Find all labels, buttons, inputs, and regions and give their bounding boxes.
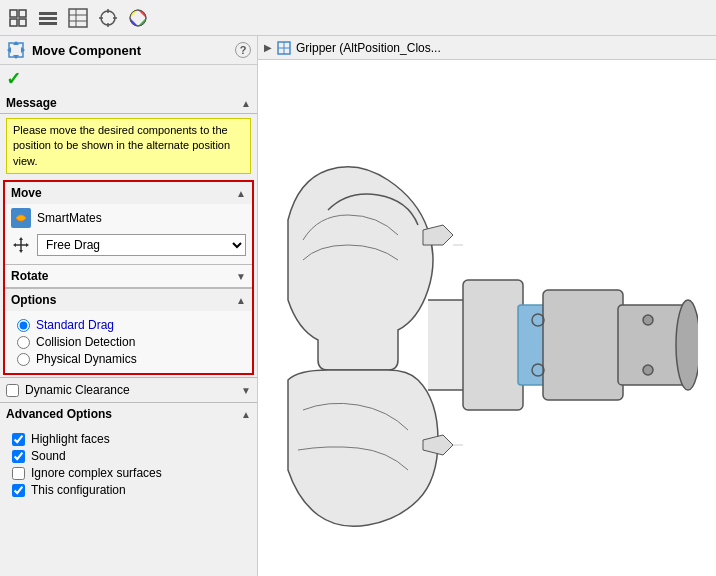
drag-row: Free Drag Along Assembly XYZ Along Entit… <box>11 234 246 256</box>
crosshair-icon <box>98 8 118 28</box>
advanced-options-arrow[interactable]: ▲ <box>241 409 251 420</box>
sound-label: Sound <box>31 449 66 463</box>
physical-dynamics-label: Physical Dynamics <box>36 352 137 366</box>
move-section-body: SmartMates <box>5 204 252 264</box>
move-component-icon <box>6 40 26 60</box>
standard-drag-radio[interactable] <box>17 319 30 332</box>
svg-point-17 <box>130 10 146 26</box>
collision-detection-row: Collision Detection <box>17 335 240 349</box>
svg-rect-18 <box>9 43 23 57</box>
svg-point-40 <box>643 315 653 325</box>
move-section-header[interactable]: Move ▲ <box>5 182 252 204</box>
advanced-options-section: Advanced Options ▲ Highlight faces Sound… <box>0 402 257 504</box>
svg-rect-33 <box>463 280 523 410</box>
options-section-header[interactable]: Options ▲ <box>5 288 252 311</box>
svg-rect-5 <box>39 17 57 20</box>
svg-rect-35 <box>543 290 623 400</box>
main-area: Move Component ? ✓ Message ▲ Please move… <box>0 36 716 576</box>
message-label: Message <box>6 96 57 110</box>
canvas-area[interactable] <box>258 60 716 576</box>
svg-rect-2 <box>10 19 17 26</box>
physical-dynamics-radio[interactable] <box>17 353 30 366</box>
dynamic-clearance-checkbox[interactable] <box>6 384 19 397</box>
move-collapse-arrow[interactable]: ▲ <box>236 188 246 199</box>
crosshair-button[interactable] <box>94 4 122 32</box>
move-label: Move <box>11 186 42 200</box>
advanced-options-label: Advanced Options <box>6 407 112 421</box>
dynamic-clearance-arrow[interactable]: ▼ <box>241 385 251 396</box>
panel-title: Move Component <box>32 43 141 58</box>
highlight-faces-checkbox[interactable] <box>12 433 25 446</box>
right-panel: ▶ Gripper (AltPosition_Clos... <box>258 36 716 576</box>
svg-rect-0 <box>10 10 17 17</box>
this-config-row: This configuration <box>12 483 245 497</box>
left-panel: Move Component ? ✓ Message ▲ Please move… <box>0 36 258 576</box>
drag-icon <box>11 235 31 255</box>
smartmates-label: SmartMates <box>37 211 102 225</box>
rotate-collapse-arrow[interactable]: ▼ <box>236 271 246 282</box>
message-content: Please move the desired components to th… <box>6 118 251 174</box>
physical-dynamics-row: Physical Dynamics <box>17 352 240 366</box>
svg-marker-24 <box>19 250 23 253</box>
options-collapse-arrow[interactable]: ▲ <box>236 295 246 306</box>
list-button[interactable] <box>34 4 62 32</box>
advanced-options-header[interactable]: Advanced Options ▲ <box>0 402 257 425</box>
svg-rect-7 <box>69 9 87 27</box>
drag-type-select[interactable]: Free Drag Along Assembly XYZ Along Entit… <box>37 234 246 256</box>
standard-drag-row: Standard Drag <box>17 318 240 332</box>
component-button[interactable] <box>4 4 32 32</box>
ignore-complex-checkbox[interactable] <box>12 467 25 480</box>
dynamic-clearance-section[interactable]: Dynamic Clearance ▼ <box>0 377 257 402</box>
ignore-complex-row: Ignore complex surfaces <box>12 466 245 480</box>
options-body: Standard Drag Collision Detection Physic… <box>5 311 252 373</box>
options-label: Options <box>11 293 56 307</box>
smartmates-svg <box>13 210 29 226</box>
this-config-checkbox[interactable] <box>12 484 25 497</box>
this-config-label: This configuration <box>31 483 126 497</box>
svg-rect-1 <box>19 10 26 17</box>
svg-point-11 <box>101 11 115 25</box>
tree-expand-arrow[interactable]: ▶ <box>264 42 272 53</box>
smartmates-row: SmartMates <box>11 208 246 228</box>
rotate-label: Rotate <box>11 269 48 283</box>
dynamic-clearance-left: Dynamic Clearance <box>6 383 130 397</box>
svg-rect-3 <box>19 19 26 26</box>
move-options-section: Move ▲ SmartMates <box>3 180 254 375</box>
sound-row: Sound <box>12 449 245 463</box>
gripper-tree-label: Gripper (AltPosition_Clos... <box>296 41 441 55</box>
collision-detection-label: Collision Detection <box>36 335 135 349</box>
ignore-complex-label: Ignore complex surfaces <box>31 466 162 480</box>
bom-icon <box>68 8 88 28</box>
highlight-faces-label: Highlight faces <box>31 432 110 446</box>
bom-button[interactable] <box>64 4 92 32</box>
gripper-illustration <box>268 60 698 550</box>
smartmates-icon <box>11 208 31 228</box>
svg-marker-23 <box>19 237 23 240</box>
list-icon <box>38 10 58 26</box>
dynamic-clearance-label: Dynamic Clearance <box>25 383 130 397</box>
panel-header: Move Component ? <box>0 36 257 65</box>
component-icon <box>8 8 28 28</box>
advanced-options-body: Highlight faces Sound Ignore complex sur… <box>0 425 257 504</box>
collision-detection-radio[interactable] <box>17 336 30 349</box>
message-collapse-arrow[interactable]: ▲ <box>241 98 251 109</box>
color-icon <box>128 8 148 28</box>
svg-rect-6 <box>39 22 57 25</box>
gripper-tree-icon <box>276 40 292 56</box>
confirm-checkmark[interactable]: ✓ <box>0 65 257 93</box>
svg-point-41 <box>643 365 653 375</box>
help-icon[interactable]: ? <box>235 42 251 58</box>
rotate-section-header[interactable]: Rotate ▼ <box>5 264 252 288</box>
svg-point-37 <box>676 300 698 390</box>
svg-marker-26 <box>26 243 29 247</box>
svg-rect-4 <box>39 12 57 15</box>
message-text: Please move the desired components to th… <box>13 124 230 167</box>
standard-drag-label: Standard Drag <box>36 318 114 332</box>
panel-header-left: Move Component <box>6 40 141 60</box>
toolbar <box>0 0 716 36</box>
four-arrow-icon <box>12 236 30 254</box>
message-section-header[interactable]: Message ▲ <box>0 93 257 114</box>
highlight-faces-row: Highlight faces <box>12 432 245 446</box>
sound-checkbox[interactable] <box>12 450 25 463</box>
color-button[interactable] <box>124 4 152 32</box>
